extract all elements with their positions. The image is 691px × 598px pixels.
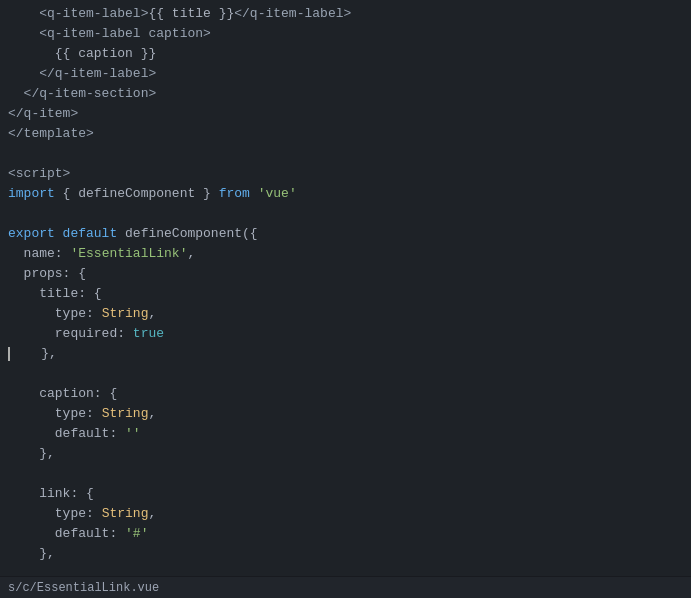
- code-line: export default defineComponent({: [0, 224, 691, 244]
- code-line: },: [0, 544, 691, 564]
- code-line: title: {: [0, 284, 691, 304]
- code-line: [0, 144, 691, 164]
- code-line: type: String,: [0, 504, 691, 524]
- code-line: </q-item-section>: [0, 84, 691, 104]
- code-line: </q-item>: [0, 104, 691, 124]
- code-line: {{ caption }}: [0, 44, 691, 64]
- code-line: [0, 364, 691, 384]
- code-line: link: {: [0, 484, 691, 504]
- code-line: [0, 204, 691, 224]
- code-line: import { defineComponent } from 'vue': [0, 184, 691, 204]
- code-line: default: '#': [0, 524, 691, 544]
- code-line: type: String,: [0, 404, 691, 424]
- filepath-label: s/c/EssentialLink.vue: [8, 581, 159, 595]
- code-line: default: '': [0, 424, 691, 444]
- code-editor: <q-item-label>{{ title }}</q-item-label>…: [0, 0, 691, 580]
- code-line: <q-item-label>{{ title }}</q-item-label>: [0, 4, 691, 24]
- code-line: <q-item-label caption>: [0, 24, 691, 44]
- code-line: [0, 464, 691, 484]
- code-line: </q-item-label>: [0, 64, 691, 84]
- status-bar: s/c/EssentialLink.vue: [0, 576, 691, 598]
- code-line: },: [0, 444, 691, 464]
- code-line: caption: {: [0, 384, 691, 404]
- code-line: },: [0, 344, 691, 364]
- code-line: required: true: [0, 324, 691, 344]
- code-line: type: String,: [0, 304, 691, 324]
- code-line: props: {: [0, 264, 691, 284]
- code-line: </template>: [0, 124, 691, 144]
- code-line: name: 'EssentialLink',: [0, 244, 691, 264]
- code-line: <script>: [0, 164, 691, 184]
